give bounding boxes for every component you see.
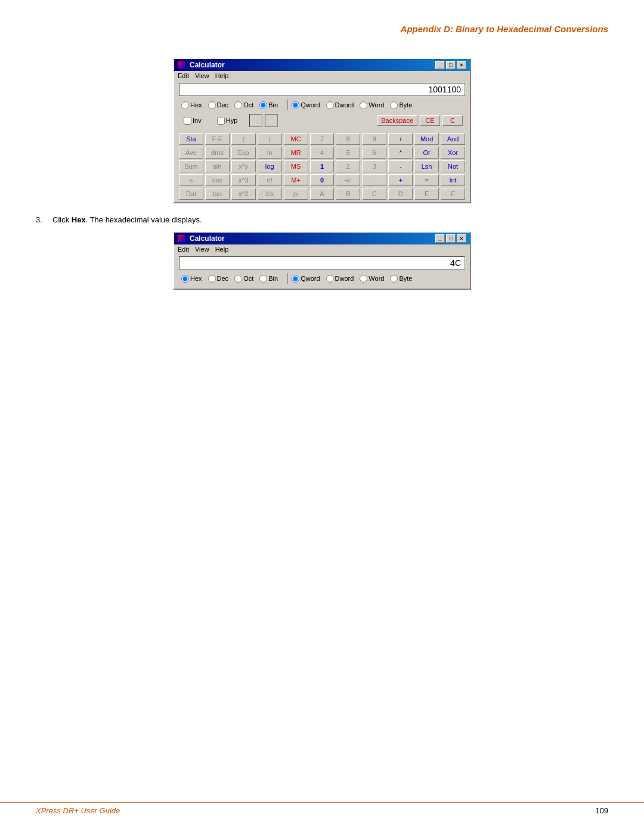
btn-fe[interactable]: F-E xyxy=(205,133,230,145)
backspace-button[interactable]: Backspace xyxy=(377,115,417,126)
btn-exp[interactable]: Exp xyxy=(231,147,256,159)
btn-log[interactable]: log xyxy=(258,160,282,172)
btn-posneg[interactable]: +/- xyxy=(336,174,360,186)
btn-f[interactable]: F xyxy=(441,188,465,200)
btn-eq[interactable]: = xyxy=(414,174,439,186)
btn-6[interactable]: 6 xyxy=(362,147,386,159)
btn-9[interactable]: 9 xyxy=(362,133,386,145)
calc2-radio-bin-input[interactable] xyxy=(259,275,267,283)
btn-tan[interactable]: tan xyxy=(205,188,230,200)
radio-qword-input[interactable] xyxy=(292,101,299,109)
radio-dec[interactable]: Dec xyxy=(208,101,229,109)
radio-dword-input[interactable] xyxy=(326,101,334,109)
btn-dat[interactable]: Dat xyxy=(179,188,203,200)
btn-8[interactable]: 8 xyxy=(336,133,360,145)
close-button[interactable]: × xyxy=(457,61,466,69)
calc2-titlebar-buttons[interactable]: _ □ × xyxy=(435,234,466,243)
radio-oct-input[interactable] xyxy=(234,101,242,109)
radio-qword[interactable]: Qword xyxy=(292,101,320,109)
btn-rparen[interactable]: ) xyxy=(258,133,282,145)
btn-mc[interactable]: MC xyxy=(284,133,308,145)
menu-edit[interactable]: Edit xyxy=(178,72,189,79)
calc2-maximize-button[interactable]: □ xyxy=(446,234,456,243)
btn-pi[interactable]: pi xyxy=(284,188,308,200)
btn-and[interactable]: And xyxy=(441,133,465,145)
calc2-radio-dec[interactable]: Dec xyxy=(208,275,229,283)
check-inv[interactable]: Inv xyxy=(184,117,202,125)
btn-sin[interactable]: sin xyxy=(205,160,230,172)
calc2-radio-dword[interactable]: Dword xyxy=(326,275,354,283)
radio-oct[interactable]: Oct xyxy=(234,101,253,109)
calc2-radio-qword-input[interactable] xyxy=(292,275,299,283)
btn-c[interactable]: C xyxy=(362,188,386,200)
menu-help[interactable]: Help xyxy=(215,72,229,79)
btn-mplus[interactable]: M+ xyxy=(284,174,308,186)
btn-5[interactable]: 5 xyxy=(336,147,360,159)
calc2-radio-hex[interactable]: Hex xyxy=(181,275,202,283)
menu-view[interactable]: View xyxy=(195,72,209,79)
calc2-menu-help[interactable]: Help xyxy=(215,246,229,253)
radio-byte[interactable]: Byte xyxy=(390,101,412,109)
calc2-radio-byte-input[interactable] xyxy=(390,275,398,283)
calc2-radio-dword-input[interactable] xyxy=(326,275,334,283)
calc2-radio-qword[interactable]: Qword xyxy=(292,275,320,283)
radio-byte-input[interactable] xyxy=(390,101,398,109)
calc2-menu-view[interactable]: View xyxy=(195,246,209,253)
btn-d[interactable]: D xyxy=(388,188,413,200)
btn-x2[interactable]: x^2 xyxy=(231,188,256,200)
btn-3[interactable]: 3 xyxy=(362,160,386,172)
check-hyp[interactable]: Hyp xyxy=(217,117,238,125)
calc2-menu-edit[interactable]: Edit xyxy=(178,246,189,253)
btn-div[interactable]: / xyxy=(388,133,413,145)
c-button[interactable]: C xyxy=(442,115,463,126)
btn-not[interactable]: Not xyxy=(441,160,465,172)
btn-sta[interactable]: Sta xyxy=(179,133,203,145)
calc2-radio-oct-input[interactable] xyxy=(234,275,242,283)
btn-ln[interactable]: ln xyxy=(258,147,282,159)
btn-s[interactable]: s xyxy=(179,174,203,186)
btn-7[interactable]: 7 xyxy=(310,133,335,145)
calc2-radio-byte[interactable]: Byte xyxy=(390,275,412,283)
radio-word[interactable]: Word xyxy=(360,101,384,109)
calc2-minimize-button[interactable]: _ xyxy=(435,234,445,243)
radio-bin-input[interactable] xyxy=(259,101,267,109)
calc2-radio-word-input[interactable] xyxy=(360,275,367,283)
btn-1[interactable]: 1 xyxy=(310,160,335,172)
btn-mul[interactable]: * xyxy=(388,147,413,159)
btn-0[interactable]: 0 xyxy=(310,174,335,186)
btn-nfact[interactable]: n! xyxy=(258,174,282,186)
calc2-radio-bin[interactable]: Bin xyxy=(259,275,278,283)
check-hyp-input[interactable] xyxy=(217,117,225,125)
radio-dword[interactable]: Dword xyxy=(326,101,354,109)
btn-sum[interactable]: Sum xyxy=(179,160,203,172)
btn-dot[interactable]: . xyxy=(362,174,386,186)
btn-add[interactable]: + xyxy=(388,174,413,186)
calc2-close-button[interactable]: × xyxy=(457,234,466,243)
radio-word-input[interactable] xyxy=(360,101,367,109)
radio-hex-input[interactable] xyxy=(181,101,189,109)
btn-b[interactable]: B xyxy=(336,188,360,200)
btn-sub[interactable]: - xyxy=(388,160,413,172)
btn-cos[interactable]: cos xyxy=(205,174,230,186)
btn-ms[interactable]: MS xyxy=(284,160,308,172)
btn-x3[interactable]: x^3 xyxy=(231,174,256,186)
radio-dec-input[interactable] xyxy=(208,101,216,109)
btn-xor[interactable]: Xor xyxy=(441,147,465,159)
check-inv-input[interactable] xyxy=(184,117,191,125)
ce-button[interactable]: CE xyxy=(420,115,440,126)
btn-4[interactable]: 4 xyxy=(310,147,335,159)
btn-mod[interactable]: Mod xyxy=(414,133,439,145)
btn-xy[interactable]: x^y xyxy=(231,160,256,172)
btn-recip[interactable]: 1/x xyxy=(258,188,282,200)
btn-ave[interactable]: Ave xyxy=(179,147,203,159)
btn-mr[interactable]: MR xyxy=(284,147,308,159)
calc2-radio-oct[interactable]: Oct xyxy=(234,275,253,283)
calc2-radio-word[interactable]: Word xyxy=(360,275,384,283)
radio-bin[interactable]: Bin xyxy=(259,101,278,109)
calc2-radio-dec-input[interactable] xyxy=(208,275,216,283)
calc1-titlebar-buttons[interactable]: _ □ × xyxy=(435,61,466,69)
radio-hex[interactable]: Hex xyxy=(181,101,202,109)
btn-a[interactable]: A xyxy=(310,188,335,200)
minimize-button[interactable]: _ xyxy=(435,61,445,69)
btn-lparen[interactable]: ( xyxy=(231,133,256,145)
